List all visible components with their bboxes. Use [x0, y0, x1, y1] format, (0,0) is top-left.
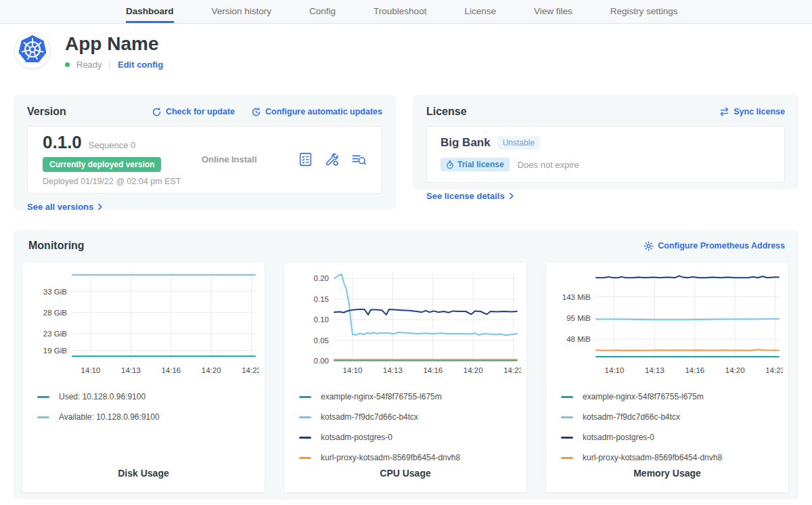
legend-item: example-nginx-54f8f76755-l675m: [299, 392, 520, 401]
status-badge: Ready: [76, 60, 102, 70]
legend-item: kurl-proxy-kotsadm-8569fb6454-dnvh8: [299, 453, 520, 462]
config-wrench-icon[interactable]: [324, 152, 340, 167]
svg-text:143 MiB: 143 MiB: [562, 293, 591, 301]
svg-text:14:13: 14:13: [383, 366, 403, 374]
tab-view-files[interactable]: View files: [534, 0, 572, 23]
svg-text:14:16: 14:16: [423, 366, 443, 374]
view-diff-icon[interactable]: [351, 152, 367, 167]
legend-dash: [37, 416, 49, 418]
refresh-icon: [152, 107, 162, 117]
tab-troubleshoot[interactable]: Troubleshoot: [374, 0, 426, 23]
version-number: 0.1.0: [43, 132, 82, 153]
app-title: App Name: [65, 33, 163, 55]
svg-text:33 GiB: 33 GiB: [43, 288, 67, 296]
svg-text:14:13: 14:13: [645, 366, 664, 374]
app-header: App Name Ready | Edit config: [15, 33, 163, 70]
memory-usage-chart-card: 14:1014:1314:1614:2014:23143 MiB95 MiB48…: [545, 261, 789, 493]
clock-refresh-icon: [251, 107, 261, 117]
stopwatch-icon: [446, 160, 454, 169]
svg-text:14:23: 14:23: [242, 366, 259, 374]
disk-usage-chart[interactable]: 14:1014:1314:1614:2014:2333 GiB28 GiB23 …: [29, 269, 259, 377]
svg-text:0.10: 0.10: [314, 315, 329, 324]
svg-text:14:20: 14:20: [464, 366, 483, 374]
license-title: License: [426, 106, 467, 118]
legend-item: Used: 10.128.0.96:9100: [37, 392, 258, 401]
chart-title: Disk Usage: [22, 468, 265, 479]
install-type-label: Online Install: [202, 154, 257, 164]
memory-usage-legend: example-nginx-54f8f76755-l675m kotsadm-7…: [561, 392, 782, 462]
svg-text:0.05: 0.05: [314, 336, 329, 345]
status-dot: [65, 62, 70, 67]
monitoring-title: Monitoring: [28, 240, 85, 252]
kubernetes-icon: [16, 33, 49, 68]
sync-license-link[interactable]: Sync license: [719, 107, 785, 116]
chevron-right-icon: [97, 203, 102, 211]
app-logo: [15, 33, 50, 68]
top-navigation: Dashboard Version history Config Trouble…: [0, 0, 812, 24]
svg-text:0.15: 0.15: [314, 295, 329, 303]
legend-dash: [561, 416, 573, 418]
configure-automatic-updates-link[interactable]: Configure automatic updates: [251, 107, 382, 117]
chevron-right-icon: [509, 192, 514, 200]
cpu-usage-chart-card: 14:1014:1314:1614:2014:230.200.150.100.0…: [284, 261, 527, 493]
svg-text:14:10: 14:10: [343, 366, 363, 374]
tab-dashboard[interactable]: Dashboard: [126, 0, 174, 23]
legend-dash: [37, 396, 49, 398]
legend-item: example-nginx-54f8f76755-l675m: [561, 392, 782, 401]
see-all-versions-row: See all versions: [27, 202, 382, 212]
expiry-label: Does not expire: [518, 160, 579, 170]
svg-text:19 GiB: 19 GiB: [43, 347, 67, 355]
svg-text:14:16: 14:16: [685, 366, 704, 374]
legend-dash: [299, 457, 311, 459]
tab-registry-settings[interactable]: Registry settings: [610, 0, 678, 23]
license-name: Big Bank: [441, 136, 491, 150]
disk-usage-chart-card: 14:1014:1314:1614:2014:2333 GiB28 GiB23 …: [22, 261, 265, 493]
svg-text:28 GiB: 28 GiB: [43, 309, 67, 317]
svg-text:14:16: 14:16: [161, 366, 181, 374]
current-version-card: 0.1.0 Sequence 0 Currently deployed vers…: [27, 126, 382, 194]
legend-item: kotsadm-7f9dc7d66c-b4tcx: [299, 412, 520, 422]
svg-text:14:10: 14:10: [605, 366, 625, 374]
legend-item: kotsadm-postgres-0: [561, 433, 782, 442]
see-all-versions-link[interactable]: See all versions: [27, 202, 102, 212]
svg-text:23 GiB: 23 GiB: [43, 330, 67, 338]
svg-text:48 MiB: 48 MiB: [566, 335, 591, 343]
version-info: 0.1.0 Sequence 0 Currently deployed vers…: [43, 132, 181, 186]
preflight-checks-icon[interactable]: [298, 152, 313, 167]
legend-dash: [561, 437, 573, 439]
legend-item: kurl-proxy-kotsadm-8569fb6454-dnvh8: [561, 453, 782, 462]
legend-item: Available: 10.128.0.96:9100: [37, 412, 258, 422]
monitoring-card: Monitoring: [14, 230, 798, 500]
cpu-usage-legend: example-nginx-54f8f76755-l675m kotsadm-7…: [299, 392, 520, 462]
deployed-date: Deployed 01/19/22 @ 02:04 pm EST: [43, 177, 181, 186]
channel-badge: Unstable: [497, 136, 540, 150]
svg-text:14:23: 14:23: [503, 366, 521, 374]
legend-dash: [561, 396, 573, 398]
license-details-card: Big Bank Unstable Trial license Does not…: [426, 126, 785, 183]
svg-text:0.00: 0.00: [314, 357, 329, 365]
cpu-usage-chart[interactable]: 14:1014:1314:1614:2014:230.200.150.100.0…: [291, 269, 521, 377]
divider: |: [109, 60, 111, 70]
license-card: License Sync license Big Bank Unstable: [413, 95, 798, 190]
check-for-update-link[interactable]: Check for update: [152, 107, 235, 117]
tab-config[interactable]: Config: [309, 0, 336, 23]
see-license-details-link[interactable]: See license details: [426, 191, 514, 201]
chart-title: CPU Usage: [284, 468, 526, 479]
see-license-details-row: See license details: [426, 191, 785, 201]
tab-version-history[interactable]: Version history: [212, 0, 272, 23]
legend-item: kotsadm-postgres-0: [299, 433, 520, 442]
svg-text:14:10: 14:10: [81, 366, 101, 374]
app-header-text: App Name Ready | Edit config: [65, 33, 163, 70]
legend-dash: [299, 437, 311, 439]
svg-text:0.20: 0.20: [314, 274, 329, 282]
disk-usage-legend: Used: 10.128.0.96:9100 Available: 10.128…: [37, 392, 258, 422]
chart-title: Memory Usage: [546, 468, 788, 479]
tab-license[interactable]: License: [464, 0, 496, 23]
edit-config-link[interactable]: Edit config: [118, 60, 163, 70]
memory-usage-chart[interactable]: 14:1014:1314:1614:2014:23143 MiB95 MiB48…: [553, 269, 783, 377]
deployed-badge: Currently deployed version: [43, 157, 161, 172]
configure-prometheus-link[interactable]: Configure Prometheus Address: [644, 241, 785, 251]
trial-license-badge: Trial license: [441, 158, 510, 171]
legend-dash: [561, 457, 573, 459]
gear-icon: [644, 241, 654, 251]
